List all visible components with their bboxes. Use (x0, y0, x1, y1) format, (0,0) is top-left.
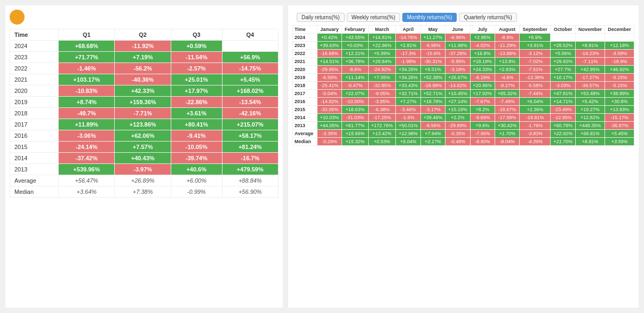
value-cell: +12.82% (575, 114, 605, 122)
value-cell: +68.68% (59, 41, 115, 52)
table-row: 2015-24.14%+7.57%-10.05%+81.24% (10, 142, 279, 153)
value-cell: +14.71% (551, 98, 575, 106)
value-cell: +39.46% (420, 114, 445, 122)
value-cell: +6.04% (520, 98, 551, 106)
value-cell: +80.41% (171, 119, 222, 130)
time-cell: 2015 (293, 106, 317, 114)
value-cell: -16.68% (317, 50, 341, 58)
value-cell: -7.11% (575, 58, 605, 66)
value-cell: -9.27% (495, 82, 519, 90)
median-cell: -8.90% (470, 138, 495, 146)
table-row: 2023+71.77%+7.19%-11.54%+56.9% (10, 52, 279, 63)
value-cell: -37.28% (446, 50, 470, 58)
value-cell: +71.77% (59, 52, 115, 63)
value-cell: -31.03% (342, 114, 368, 122)
median-cell: -0.29% (317, 138, 341, 146)
value-cell: -6.19% (470, 74, 495, 82)
value-cell: -8.56% (420, 122, 445, 130)
value-cell: -14.82% (317, 98, 341, 106)
time-cell: 2021 (10, 74, 59, 85)
table-row: 2013+44.05%+61.77%+172.76%+50.01%-8.56%-… (293, 122, 634, 130)
value-cell: -8.6% (342, 66, 368, 74)
value-cell: -3.18% (446, 66, 470, 74)
tab-weekly[interactable]: Weekly returns(%) (347, 13, 400, 22)
value-cell: -32.85% (368, 82, 396, 90)
value-cell: +19.27% (575, 106, 605, 114)
value-cell: +2.83% (495, 66, 519, 74)
logo-icon (10, 10, 25, 25)
table-row: 2013+539.96%-3.97%+40.6%+479.59% (10, 164, 279, 175)
value-cell: -10.83% (59, 85, 115, 97)
value-cell: -3.12% (520, 50, 551, 58)
time-cell: 2020 (10, 85, 59, 97)
value-cell: -6.58% (317, 74, 341, 82)
value-cell: +17.97% (171, 85, 222, 97)
time-cell: 2019 (10, 97, 59, 108)
value-cell: -3.97% (115, 164, 171, 175)
value-cell: -16.23% (575, 50, 605, 58)
value-cell: +18.78% (420, 98, 445, 106)
value-cell: -29.95% (317, 66, 341, 74)
value-cell: +46.92% (605, 66, 634, 74)
value-cell: -23.49% (551, 106, 575, 114)
value-cell: -13.38% (520, 74, 551, 82)
value-cell: +62.06% (115, 130, 171, 142)
value-cell: -9.69% (470, 114, 495, 122)
value-cell: -30.31% (420, 58, 445, 66)
value-cell: +39.63% (317, 42, 341, 50)
value-cell: -42.16% (222, 108, 278, 119)
tab-monthly[interactable]: Monthly returns(%) (402, 13, 457, 22)
col-header-october: October (551, 26, 575, 34)
col-header-june: June (446, 26, 470, 34)
value-cell: +65.32% (495, 90, 519, 98)
value-cell: +40.6% (171, 164, 222, 175)
value-cell: +168.02% (222, 85, 278, 97)
value-cell: +24.33% (470, 66, 495, 74)
value-cell: -24.14% (59, 142, 115, 153)
col-header-q1: Q1 (59, 29, 115, 41)
value-cell: -6.96% (446, 34, 470, 42)
table-row: 2014-37.42%+40.43%-39.74%-16.7% (10, 153, 279, 164)
value-cell: +14.81% (368, 34, 396, 42)
median-label: Median (10, 186, 59, 198)
value-cell: +10.45% (446, 90, 470, 98)
value-cell: -39.74% (171, 153, 222, 164)
value-cell: +11.27% (420, 34, 445, 42)
value-cell: -0.04% (317, 90, 341, 98)
median-cell: +21.70% (551, 138, 575, 146)
value-cell: +28.52% (551, 42, 575, 50)
table-row: 2019+8.74%+159.36%-22.86%-13.54% (10, 97, 279, 108)
time-cell: 2022 (10, 63, 59, 74)
value-cell: +13.83% (605, 106, 634, 114)
average-cell: -0.35% (446, 130, 470, 138)
table-row: 2022-16.68%+12.21%+5.39%-17.3%-15.6%-37.… (293, 50, 634, 58)
average-cell: +1.70% (495, 130, 519, 138)
value-cell: -10.00% (342, 98, 368, 106)
median-cell: -4.39% (520, 138, 551, 146)
value-cell: -8.6% (495, 34, 519, 42)
table-row: 2014+10.03%-31.03%-17.25%-1.6%+39.46%+2.… (293, 114, 634, 122)
value-cell: -56.2% (115, 63, 171, 74)
value-cell: +34.26% (396, 66, 420, 74)
value-cell: -9.05% (368, 90, 396, 98)
value-cell: +58.17% (222, 130, 278, 142)
value-cell: +33.43% (396, 82, 420, 90)
value-cell: -3.03% (551, 82, 575, 90)
tab-quarterly[interactable]: Quarterly returns(%) (459, 13, 517, 22)
col-header-january: January (317, 26, 341, 34)
table-row: 2017-0.04%+22.07%-9.05%+32.71%+52.71%+10… (293, 90, 634, 98)
value-cell: -2.57% (171, 63, 222, 74)
tab-daily[interactable]: Daily returns(%) (297, 13, 345, 22)
value-cell: +10.17% (551, 74, 575, 82)
value-cell: +16.8% (470, 50, 495, 58)
col-header-q3: Q3 (171, 29, 222, 41)
table-row: 2020-29.95%-8.6%-24.92%+34.26%+9.51%-3.1… (293, 66, 634, 74)
value-cell: +15.19% (446, 106, 470, 114)
table-row: 2021+14.51%+36.78%+29.84%-1.98%-30.31%-5… (293, 58, 634, 66)
table-row: 2021+103.17%-40.36%+25.01%+5.45% (10, 74, 279, 85)
value-cell: +215.07% (222, 119, 278, 130)
value-cell: -18.9% (605, 58, 634, 66)
value-cell: -29.89% (446, 122, 470, 130)
value-cell: -14.62% (446, 82, 470, 90)
value-cell: -5.95% (446, 58, 470, 66)
